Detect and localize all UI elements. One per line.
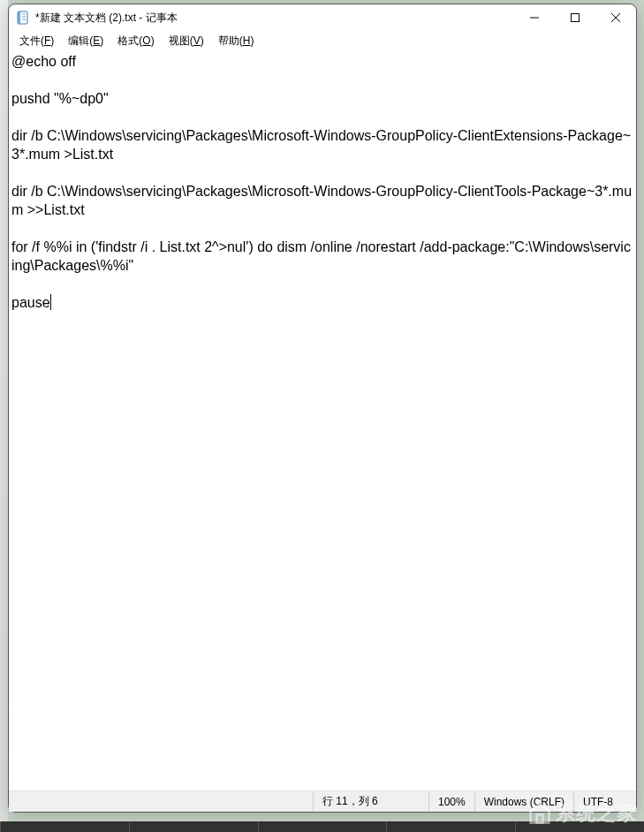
close-button[interactable] xyxy=(595,4,636,31)
window-title: *新建 文本文档 (2).txt - 记事本 xyxy=(35,11,514,26)
maximize-button[interactable] xyxy=(555,4,595,31)
menubar: 文件(F) 编辑(E) 格式(O) 视图(V) 帮助(H) xyxy=(9,31,636,50)
menu-view[interactable]: 视图(V) xyxy=(162,32,211,50)
text-caret xyxy=(50,294,51,310)
notepad-window: *新建 文本文档 (2).txt - 记事本 文件(F) 编辑(E) 格式(O)… xyxy=(8,4,637,813)
menu-file[interactable]: 文件(F) xyxy=(12,32,61,50)
window-controls xyxy=(514,4,636,31)
status-line-ending: Windows (CRLF) xyxy=(475,791,573,812)
notepad-icon xyxy=(16,11,30,25)
status-spacer xyxy=(9,791,313,812)
background-taskbar-strip xyxy=(0,821,644,832)
statusbar: 行 11，列 6 100% Windows (CRLF) UTF-8 xyxy=(9,790,636,812)
minimize-button[interactable] xyxy=(514,4,555,31)
menu-edit[interactable]: 编辑(E) xyxy=(61,32,110,50)
status-cursor-position: 行 11，列 6 xyxy=(314,791,428,812)
background-left-edge xyxy=(0,0,8,832)
text-editor[interactable]: @echo off pushd "%~dp0" dir /b C:\Window… xyxy=(9,50,636,790)
titlebar[interactable]: *新建 文本文档 (2).txt - 记事本 xyxy=(9,4,636,31)
svg-rect-7 xyxy=(572,14,580,22)
svg-rect-2 xyxy=(18,11,20,24)
status-zoom[interactable]: 100% xyxy=(429,791,474,812)
menu-help[interactable]: 帮助(H) xyxy=(211,32,261,50)
menu-format[interactable]: 格式(O) xyxy=(110,32,161,50)
editor-content: @echo off pushd "%~dp0" dir /b C:\Window… xyxy=(11,54,632,310)
status-encoding: UTF-8 xyxy=(574,791,636,812)
